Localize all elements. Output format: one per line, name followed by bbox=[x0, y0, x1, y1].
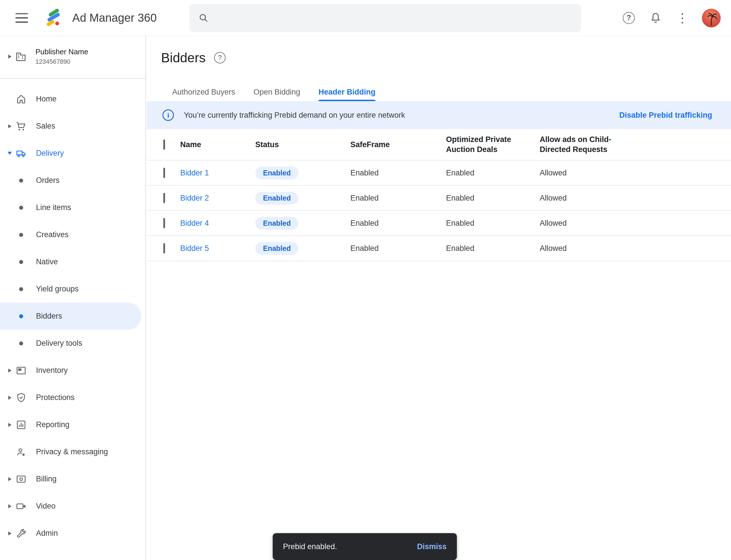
row-checkbox[interactable] bbox=[163, 243, 165, 253]
nav-label: Yield groups bbox=[36, 285, 79, 293]
app-title: Ad Manager 360 bbox=[72, 11, 157, 24]
tab-header-bidding[interactable]: Header Bidding bbox=[319, 83, 375, 101]
row-checkbox[interactable] bbox=[163, 193, 165, 203]
page-help-icon[interactable]: ? bbox=[214, 52, 226, 63]
safeframe-value: Enabled bbox=[351, 194, 446, 203]
row-checkbox[interactable] bbox=[163, 218, 165, 228]
expand-icon bbox=[8, 369, 11, 373]
banner-message: You’re currently trafficking Prebid dema… bbox=[184, 111, 405, 120]
nav-label: Privacy & messaging bbox=[36, 447, 108, 456]
expand-icon bbox=[8, 124, 11, 128]
payment-icon bbox=[15, 473, 27, 485]
sidebar-item-delivery[interactable]: Delivery bbox=[0, 140, 145, 167]
snackbar: Prebid enabled. Dismiss bbox=[273, 533, 457, 560]
opad-value: Enabled bbox=[446, 219, 540, 228]
sidebar: Publisher Name 1234567890 Home Sales bbox=[0, 36, 146, 560]
table-row: Bidder 2 Enabled Enabled Enabled Allowed bbox=[147, 186, 731, 211]
nav-label: Admin bbox=[36, 529, 58, 538]
sidebar-item-sales[interactable]: Sales bbox=[0, 113, 145, 140]
nav-label: Sales bbox=[36, 122, 55, 131]
sidebar-item-protections[interactable]: Protections bbox=[0, 384, 145, 411]
bidder-link[interactable]: Bidder 5 bbox=[180, 244, 255, 253]
sidebar-item-inventory[interactable]: Inventory bbox=[0, 357, 145, 384]
safeframe-value: Enabled bbox=[351, 219, 446, 228]
status-badge: Enabled bbox=[255, 242, 299, 255]
sidebar-item-privacy-messaging[interactable]: Privacy & messaging bbox=[0, 438, 145, 465]
sidebar-item-reporting[interactable]: Reporting bbox=[0, 411, 145, 438]
nav-label: Protections bbox=[36, 393, 75, 402]
help-button[interactable]: ? bbox=[621, 11, 636, 25]
bidders-tabs: Authorized Buyers Open Bidding Header Bi… bbox=[147, 83, 731, 101]
bullet-icon bbox=[19, 341, 23, 345]
truck-icon bbox=[15, 148, 27, 159]
more-options-button[interactable]: ⋮ bbox=[675, 11, 690, 25]
sidebar-item-video[interactable]: Video bbox=[0, 493, 145, 520]
bidder-link[interactable]: Bidder 4 bbox=[180, 219, 255, 228]
nav-label: Delivery bbox=[36, 149, 64, 158]
search-input[interactable] bbox=[216, 13, 572, 23]
help-icon: ? bbox=[623, 12, 635, 24]
col-name: Name bbox=[180, 140, 255, 149]
cart-icon bbox=[15, 121, 27, 132]
disable-prebid-link[interactable]: Disable Prebid trafficking bbox=[619, 111, 712, 120]
sidebar-item-yield-groups[interactable]: Yield groups bbox=[0, 275, 145, 303]
dismiss-button[interactable]: Dismiss bbox=[417, 542, 446, 551]
notifications-button[interactable] bbox=[648, 11, 663, 25]
status-badge: Enabled bbox=[255, 217, 299, 230]
status-badge: Enabled bbox=[255, 192, 299, 205]
safeframe-value: Enabled bbox=[351, 169, 446, 177]
sidebar-item-delivery-tools[interactable]: Delivery tools bbox=[0, 330, 145, 357]
sidebar-item-line-items[interactable]: Line items bbox=[0, 194, 145, 221]
nav-label: Line items bbox=[36, 203, 71, 212]
nav-label: Native bbox=[36, 257, 58, 266]
publisher-name: Publisher Name bbox=[35, 47, 88, 56]
sidebar-item-billing[interactable]: Billing bbox=[0, 465, 145, 493]
videocam-icon bbox=[15, 501, 27, 512]
search-bar[interactable] bbox=[189, 4, 581, 32]
sidebar-item-home[interactable]: Home bbox=[0, 85, 145, 113]
safeframe-value: Enabled bbox=[351, 244, 446, 253]
child-directed-value: Allowed bbox=[540, 244, 731, 253]
sidebar-item-native[interactable]: Native bbox=[0, 248, 145, 275]
child-directed-value: Allowed bbox=[540, 194, 731, 203]
opad-value: Enabled bbox=[446, 194, 540, 203]
select-all-checkbox[interactable] bbox=[163, 139, 165, 150]
ad-unit-icon bbox=[15, 365, 27, 376]
sidebar-item-admin[interactable]: Admin bbox=[0, 520, 145, 547]
nav-label: Orders bbox=[36, 176, 60, 185]
sidebar-item-orders[interactable]: Orders bbox=[0, 167, 145, 194]
ad-manager-logo-icon bbox=[44, 8, 64, 28]
col-safeframe: SafeFrame bbox=[351, 140, 446, 149]
search-icon bbox=[198, 12, 209, 24]
bullet-icon bbox=[19, 206, 23, 210]
expand-icon bbox=[8, 55, 11, 59]
tab-authorized-buyers[interactable]: Authorized Buyers bbox=[172, 83, 235, 101]
expand-icon bbox=[8, 423, 11, 427]
sidebar-nav: Home Sales Delivery bbox=[0, 79, 145, 547]
tab-open-bidding[interactable]: Open Bidding bbox=[254, 83, 301, 101]
bidder-link[interactable]: Bidder 1 bbox=[180, 169, 255, 177]
person-badge-icon bbox=[15, 446, 27, 458]
nav-label: Video bbox=[36, 502, 56, 511]
bullet-icon bbox=[19, 287, 23, 291]
ad-manager-app: Ad Manager 360 ? ⋮ bbox=[0, 0, 731, 560]
expand-icon bbox=[8, 504, 11, 508]
nav-label: Inventory bbox=[36, 366, 68, 375]
nav-label: Delivery tools bbox=[36, 339, 82, 348]
menu-icon[interactable] bbox=[15, 13, 28, 23]
page-title: Bidders bbox=[161, 50, 206, 65]
sidebar-item-creatives[interactable]: Creatives bbox=[0, 221, 145, 248]
collapse-icon bbox=[8, 152, 12, 155]
chart-icon bbox=[15, 419, 27, 431]
sidebar-item-bidders[interactable]: Bidders bbox=[0, 303, 141, 330]
account-avatar[interactable] bbox=[702, 9, 721, 27]
main-content: Bidders ? Authorized Buyers Open Bidding… bbox=[147, 36, 731, 560]
nav-label: Billing bbox=[36, 475, 57, 483]
row-checkbox[interactable] bbox=[163, 168, 165, 178]
info-icon: i bbox=[163, 109, 174, 121]
bullet-icon bbox=[19, 260, 23, 264]
bidder-link[interactable]: Bidder 2 bbox=[180, 194, 255, 203]
nav-label: Bidders bbox=[36, 312, 62, 321]
publisher-switcher[interactable]: Publisher Name 1234567890 bbox=[0, 36, 145, 79]
expand-icon bbox=[8, 396, 11, 400]
